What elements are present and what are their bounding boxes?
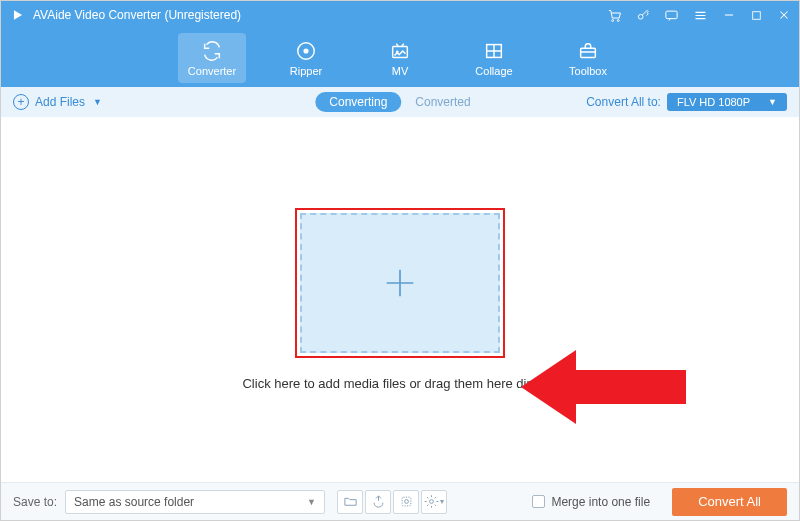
subbar: + Add Files ▼ Converting Converted Conve… [1, 87, 799, 117]
svg-rect-13 [402, 497, 411, 506]
dropzone-highlight [295, 208, 505, 358]
svg-point-15 [430, 500, 434, 504]
tab-toolbox[interactable]: Toolbox [554, 33, 622, 83]
tab-collage[interactable]: Collage [460, 33, 528, 83]
tab-converter[interactable]: Converter [178, 33, 246, 83]
app-title: AVAide Video Converter (Unregistered) [33, 8, 607, 22]
annotation-arrow-icon [521, 342, 691, 432]
svg-point-2 [617, 19, 619, 21]
maximize-icon[interactable] [750, 9, 763, 22]
edit-metadata-button[interactable] [393, 490, 419, 514]
settings-button[interactable]: ▾ [421, 490, 447, 514]
tab-label: MV [392, 65, 409, 77]
merge-checkbox[interactable]: Merge into one file [532, 495, 650, 509]
main-toolbar: Converter Ripper MV Collage Toolbox [1, 29, 799, 87]
cart-icon[interactable] [607, 8, 622, 23]
save-to-label: Save to: [13, 495, 57, 509]
tab-label: Converter [188, 65, 236, 77]
status-tabs: Converting Converted [315, 92, 484, 112]
chevron-down-icon: ▼ [768, 97, 777, 107]
compress-button[interactable] [365, 490, 391, 514]
convert-all-to-label: Convert All to: [586, 95, 661, 109]
svg-rect-11 [581, 48, 596, 57]
titlebar-controls [607, 8, 791, 23]
dropzone-hint: Click here to add media files or drag th… [242, 376, 557, 391]
add-media-dropzone[interactable] [300, 213, 500, 353]
app-logo-icon [9, 6, 27, 24]
chevron-down-icon: ▼ [93, 97, 102, 107]
svg-point-14 [404, 500, 408, 504]
svg-marker-0 [14, 10, 22, 19]
titlebar: AVAide Video Converter (Unregistered) [1, 1, 799, 29]
tab-mv[interactable]: MV [366, 33, 434, 83]
save-to-value: Same as source folder [74, 495, 194, 509]
mini-tools: ▾ [337, 490, 447, 514]
feedback-icon[interactable] [664, 8, 679, 23]
close-icon[interactable] [777, 8, 791, 22]
main-area: Click here to add media files or drag th… [1, 117, 799, 482]
chevron-down-icon: ▼ [307, 497, 316, 507]
output-format-select[interactable]: FLV HD 1080P ▼ [667, 93, 787, 111]
minimize-icon[interactable] [722, 8, 736, 22]
svg-marker-12 [521, 350, 686, 424]
svg-point-7 [304, 49, 308, 53]
add-files-label: Add Files [35, 95, 85, 109]
open-folder-button[interactable] [337, 490, 363, 514]
merge-label: Merge into one file [551, 495, 650, 509]
tab-ripper[interactable]: Ripper [272, 33, 340, 83]
menu-icon[interactable] [693, 8, 708, 23]
tab-label: Collage [475, 65, 512, 77]
tab-label: Toolbox [569, 65, 607, 77]
converting-tab[interactable]: Converting [315, 92, 401, 112]
plus-icon: + [13, 94, 29, 110]
converted-tab[interactable]: Converted [401, 92, 484, 112]
bottom-bar: Save to: Same as source folder ▼ ▾ Merge… [1, 482, 799, 520]
svg-rect-5 [753, 11, 761, 19]
checkbox-icon [532, 495, 545, 508]
svg-point-1 [612, 19, 614, 21]
key-icon[interactable] [636, 8, 650, 22]
tab-label: Ripper [290, 65, 322, 77]
convert-all-button[interactable]: Convert All [672, 488, 787, 516]
svg-point-3 [638, 14, 643, 19]
format-value: FLV HD 1080P [677, 96, 750, 108]
app-window: AVAide Video Converter (Unregistered) Co… [0, 0, 800, 521]
save-to-select[interactable]: Same as source folder ▼ [65, 490, 325, 514]
add-files-button[interactable]: + Add Files ▼ [13, 94, 102, 110]
